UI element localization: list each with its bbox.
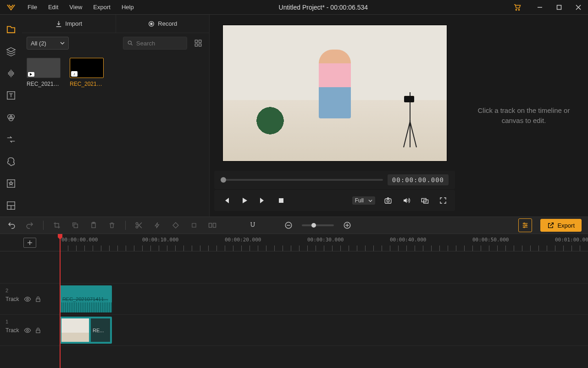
svg-rect-32 (213, 223, 216, 228)
menu-file[interactable]: File (22, 0, 43, 15)
speed-button[interactable] (152, 220, 162, 230)
svg-point-48 (27, 329, 28, 331)
video-clip[interactable]: RE... (60, 317, 112, 344)
main-menu: File Edit View Export Help (22, 0, 139, 15)
track-header: 1 Track (0, 315, 60, 346)
media-item-label: REC_20210... (70, 81, 104, 87)
text-tab-icon[interactable] (0, 84, 22, 106)
filters-tab-icon[interactable] (0, 106, 22, 128)
window-title: Untitled Project* - 00:00:06.534 (139, 4, 507, 11)
delete-button[interactable] (107, 220, 117, 230)
import-button[interactable]: Import (22, 15, 116, 33)
record-button[interactable]: Record (116, 15, 210, 33)
lock-icon[interactable] (35, 296, 41, 302)
svg-point-41 (524, 223, 525, 224)
snap-button[interactable] (248, 220, 258, 230)
visibility-icon[interactable] (24, 296, 31, 303)
visibility-icon[interactable] (24, 327, 31, 334)
marker-button[interactable] (189, 220, 199, 230)
detach-button[interactable] (419, 195, 430, 206)
crop-button[interactable] (52, 220, 62, 230)
redo-button[interactable] (25, 220, 35, 230)
search-input[interactable] (136, 40, 178, 47)
next-frame-button[interactable] (257, 195, 268, 206)
svg-rect-31 (209, 223, 212, 228)
paste-button[interactable] (89, 220, 99, 230)
transitions-tab-icon[interactable] (0, 128, 22, 151)
menu-view[interactable]: View (64, 0, 88, 15)
add-track-button[interactable] (23, 238, 36, 248)
menu-export[interactable]: Export (88, 0, 116, 15)
properties-panel: Click a track on the timeline or canvas … (460, 15, 588, 217)
svg-point-14 (128, 41, 131, 44)
menu-edit[interactable]: Edit (43, 0, 64, 15)
preview-canvas[interactable] (222, 25, 447, 162)
search-icon (127, 40, 133, 46)
volume-button[interactable] (401, 195, 412, 206)
export-icon (547, 222, 555, 229)
svg-point-43 (524, 227, 525, 228)
fullscreen-button[interactable] (438, 195, 449, 206)
ruler-tick: 00:00:50.000 (472, 237, 509, 243)
view-mode-icon[interactable] (192, 37, 205, 50)
zoom-out-button[interactable] (283, 220, 294, 230)
export-button[interactable]: Export (540, 219, 582, 232)
media-item-label: REC_20210... (27, 81, 61, 87)
svg-point-22 (387, 200, 389, 202)
playhead[interactable] (60, 234, 61, 368)
undo-button[interactable] (6, 220, 17, 230)
transport-bar: Full (214, 190, 455, 211)
templates-tab-icon[interactable] (0, 195, 22, 217)
preview-slider-row: 00:00:00.000 (214, 171, 455, 189)
track-number: 1 (6, 319, 8, 324)
copy-button[interactable] (70, 220, 80, 230)
timeline-toolbar: Export (0, 217, 588, 234)
keyframe-button[interactable] (171, 220, 181, 230)
prev-frame-button[interactable] (221, 195, 232, 206)
snapshot-button[interactable] (383, 195, 394, 206)
timeline-ruler[interactable]: 00:00:00.000 00:00:10.000 00:00:20.000 0… (0, 234, 588, 251)
media-item[interactable]: REC_20210... (27, 58, 61, 87)
shop-icon[interactable] (507, 0, 527, 15)
maximize-button[interactable] (549, 0, 569, 15)
group-button[interactable] (207, 220, 217, 230)
timeline-settings-button[interactable] (518, 218, 532, 232)
zoom-slider[interactable] (302, 224, 334, 226)
chevron-down-icon (368, 199, 372, 203)
media-panel: Import Record All (2) REC_20210. (22, 15, 210, 217)
menu-help[interactable]: Help (116, 0, 139, 15)
preview-panel: 00:00:00.000 Full (210, 15, 460, 217)
zoom-in-button[interactable] (342, 220, 352, 230)
audio-tab-icon[interactable] (0, 62, 22, 84)
track-lane[interactable]: RE... (60, 315, 588, 346)
track-row: 1 Track RE... (0, 315, 588, 346)
audio-clip[interactable]: REC_2021071411... (60, 285, 112, 312)
elements-tab-icon[interactable] (0, 151, 22, 173)
ruler-tick: 00:00:40.000 (390, 237, 426, 243)
import-label: Import (65, 20, 82, 27)
svg-rect-3 (557, 5, 561, 9)
media-tab-icon[interactable] (0, 18, 22, 40)
media-item[interactable]: ♪ REC_20210... (70, 58, 104, 87)
split-button[interactable] (134, 220, 144, 230)
quality-label: Full (355, 197, 364, 204)
lock-icon[interactable] (35, 327, 41, 334)
close-button[interactable] (569, 0, 588, 15)
minimize-button[interactable] (530, 0, 549, 15)
play-button[interactable] (239, 195, 250, 206)
search-box[interactable] (123, 37, 187, 50)
preview-quality-dropdown[interactable]: Full (352, 196, 375, 205)
preview-seek-slider[interactable] (221, 179, 383, 181)
audio-badge-icon: ♪ (71, 71, 78, 77)
track-lane[interactable]: REC_2021071411... (60, 284, 588, 314)
media-filter-dropdown[interactable]: All (2) (27, 37, 69, 50)
track-row: 2 Track REC_2021071411... (0, 284, 588, 315)
export-label: Export (557, 222, 575, 229)
favorites-tab-icon[interactable] (0, 173, 22, 195)
stop-button[interactable] (276, 195, 287, 206)
svg-point-0 (516, 9, 516, 10)
media-thumbnails: REC_20210... ♪ REC_20210... (22, 53, 209, 92)
track-label: Track (6, 296, 19, 302)
layers-tab-icon[interactable] (0, 40, 22, 62)
record-label: Record (158, 20, 177, 27)
